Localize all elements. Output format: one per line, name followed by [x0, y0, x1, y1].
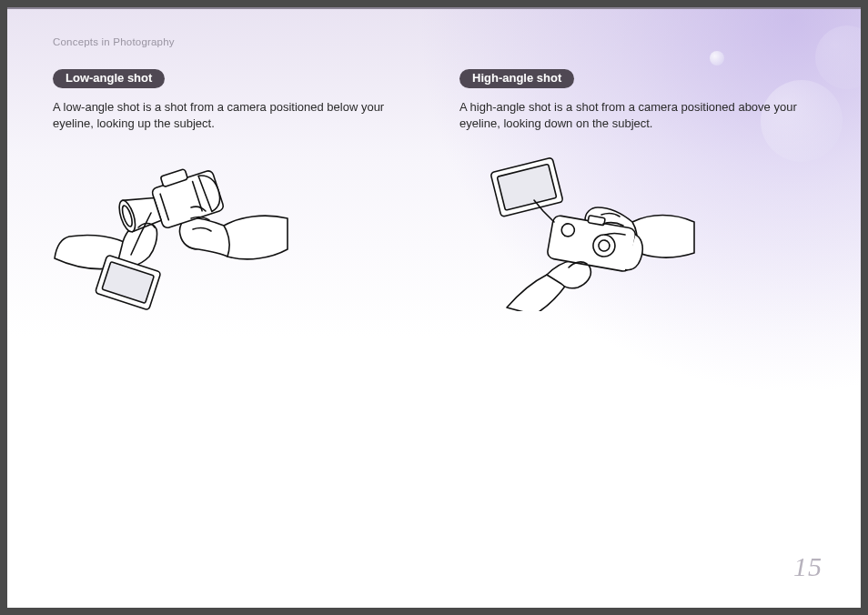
body-text-high-angle: A high-angle shot is a shot from a camer…: [459, 99, 814, 131]
heading-pill-high-angle: High-angle shot: [459, 69, 574, 88]
decorative-bubble: [815, 25, 861, 89]
decorative-bubble: [710, 51, 724, 66]
section-label: Concepts in Photography: [53, 36, 175, 47]
document-page: Concepts in Photography Low-angle shot A…: [7, 7, 861, 608]
body-text-low-angle: A low-angle shot is a shot from a camera…: [53, 99, 408, 131]
illustration-high-angle-icon: [459, 147, 696, 311]
column-high-angle: High-angle shot A high-angle shot is a s…: [459, 69, 815, 311]
heading-pill-low-angle: Low-angle shot: [53, 69, 165, 88]
column-low-angle: Low-angle shot A low-angle shot is a sho…: [53, 69, 409, 311]
illustration-low-angle-icon: [53, 147, 289, 311]
page-number: 15: [793, 551, 823, 582]
top-divider: [7, 7, 861, 9]
